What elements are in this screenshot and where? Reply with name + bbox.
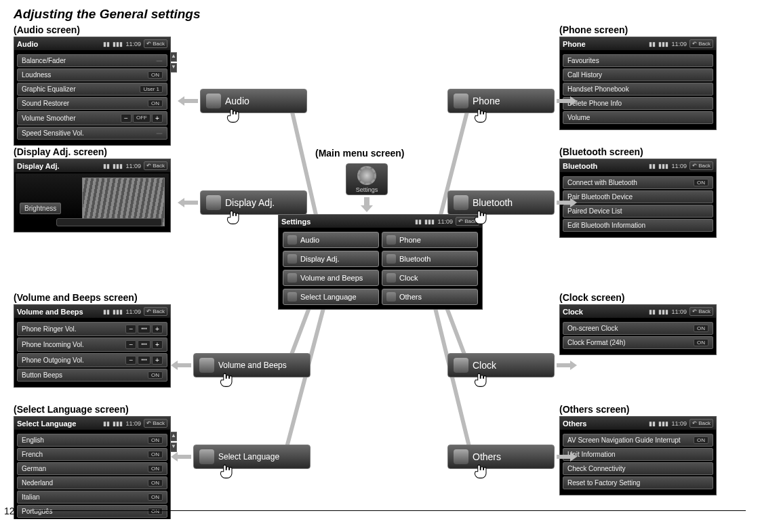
list-item[interactable]: PortuguêsON [17, 505, 167, 518]
bt-caption: (Bluetooth screen) [559, 146, 717, 157]
big-volbeeps-button[interactable]: Volume and Beeps [193, 353, 311, 377]
clock-label: 11:09 [125, 41, 141, 47]
list-item[interactable]: GermanON [17, 462, 167, 475]
list-item[interactable]: On-screen ClockON [563, 322, 713, 335]
pointer-hand-icon [472, 104, 491, 125]
big-phone-button[interactable]: Phone [447, 89, 555, 113]
list-item[interactable]: Call History [563, 68, 713, 81]
arrow-left-icon [171, 361, 191, 370]
bt-title: Bluetooth [563, 162, 597, 170]
bluetooth-icon [386, 254, 396, 264]
list-item[interactable]: Volume Smoother−OFF+ [17, 111, 167, 125]
list-item[interactable]: Reset to Factory Setting [563, 476, 713, 489]
big-bluetooth-button[interactable]: Bluetooth [447, 190, 555, 215]
back-button[interactable]: Back [144, 39, 167, 48]
list-item[interactable]: EnglishON [17, 434, 167, 447]
battery-icon: ▮▮▮ [113, 41, 123, 47]
volbeeps-title: Volume and Beeps [17, 308, 83, 316]
list-item[interactable]: AV Screen Navigation Guide InterruptON [563, 434, 713, 447]
arrow-left-icon [178, 198, 198, 207]
menu-audio[interactable]: Audio [283, 232, 379, 248]
list-item[interactable]: FrenchON [17, 448, 167, 461]
audio-title: Audio [17, 40, 38, 48]
big-lang-button[interactable]: Select Language [193, 445, 311, 469]
clock-title: Clock [563, 308, 583, 316]
arrow-left-icon [171, 452, 191, 462]
speaker-icon [287, 235, 297, 245]
list-item[interactable]: Phone Ringer Vol.−▪▪▪+ [17, 322, 167, 336]
bluetooth-icon [454, 195, 468, 210]
pointer-hand-icon [218, 369, 237, 389]
back-button[interactable]: Back [456, 217, 479, 226]
list-item[interactable]: ItalianON [17, 491, 167, 504]
pointer-hand-icon [218, 460, 237, 480]
list-item[interactable]: Sound RestorerON [17, 97, 167, 110]
clock-screen: Clock ▮▮▮▮▮11:09Back On-screen ClockON C… [559, 304, 717, 355]
scroll-down[interactable]: ▼ [170, 63, 177, 73]
clock-caption: (Clock screen) [559, 292, 717, 303]
back-button[interactable]: Back [144, 419, 167, 428]
list-item[interactable]: Favourites [563, 54, 713, 67]
list-item[interactable]: Check Connectivity [563, 462, 713, 475]
scroll-up[interactable]: ▲ [170, 432, 177, 441]
menu-lang[interactable]: Select Language [283, 289, 379, 305]
back-button[interactable]: Back [689, 307, 713, 316]
page-title: Adjusting the General settings [14, 7, 746, 22]
settings-icon[interactable]: Settings [346, 163, 388, 195]
list-item[interactable]: Graphic EqualizerUser 1 [17, 83, 167, 96]
list-item[interactable]: Delete Phone Info [563, 97, 713, 110]
scroll-up[interactable]: ▲ [170, 52, 177, 62]
back-button[interactable]: Back [689, 419, 713, 428]
phone-screen: Phone ▮▮▮▮▮11:09Back Favourites Call His… [559, 37, 717, 130]
arrow-down-icon [361, 197, 373, 212]
arrow-right-icon [557, 198, 577, 207]
display-icon [206, 195, 221, 210]
back-button[interactable]: Back [689, 39, 713, 48]
menu-phone[interactable]: Phone [382, 232, 478, 248]
big-display-button[interactable]: Display Adj. [200, 190, 307, 215]
pointer-hand-icon [224, 104, 243, 125]
list-item[interactable]: Pair Bluetooth Device [563, 190, 713, 203]
list-item[interactable]: Unit Information [563, 448, 713, 461]
phone-icon [454, 94, 468, 108]
list-item[interactable]: Clock Format (24h)ON [563, 336, 713, 349]
brightness-label[interactable]: Brightness [20, 203, 61, 214]
list-item[interactable]: Handset Phonebook [563, 83, 713, 96]
list-item[interactable]: Connect with BluetoothON [563, 176, 713, 189]
display-title: Display Adj. [17, 162, 60, 170]
list-item[interactable]: Balance/Fader [17, 54, 167, 67]
back-button[interactable]: Back [144, 307, 167, 316]
list-item[interactable]: Speed Sensitive Vol. [17, 127, 167, 140]
list-item[interactable]: LoudnessON [17, 68, 167, 81]
menu-volbeeps[interactable]: Volume and Beeps [283, 270, 379, 286]
list-item[interactable]: Button BeepsON [17, 369, 167, 382]
brightness-slider[interactable] [56, 218, 162, 226]
back-button[interactable]: Back [144, 161, 167, 170]
menu-display[interactable]: Display Adj. [283, 251, 379, 267]
big-clock-button[interactable]: Clock [447, 353, 555, 377]
pointer-hand-icon [472, 369, 491, 389]
list-item[interactable]: Edit Bluetooth Information [563, 219, 713, 232]
big-others-button[interactable]: Others [447, 445, 555, 469]
list-item[interactable]: Phone Incoming Vol.−▪▪▪+ [17, 337, 167, 352]
menu-bluetooth[interactable]: Bluetooth [382, 251, 478, 267]
list-item[interactable]: Volume [563, 111, 713, 124]
gear-icon [357, 166, 376, 185]
big-audio-button[interactable]: Audio [200, 89, 307, 113]
settings-menu: Settings ▮▮▮▮▮11:09Back Audio Phone Disp… [278, 214, 483, 310]
clock-icon [454, 358, 468, 373]
back-button[interactable]: Back [689, 161, 713, 170]
phone-caption: (Phone screen) [559, 24, 717, 35]
list-item[interactable]: Paired Device List [563, 205, 713, 218]
audio-body: Balance/Fader LoudnessON Graphic Equaliz… [14, 50, 170, 145]
signal-icon: ▮▮ [103, 41, 110, 47]
menu-others[interactable]: Others [382, 289, 478, 305]
settings-title: Settings [281, 218, 311, 226]
list-item[interactable]: Phone Outgoing Vol.−▪▪▪+ [17, 353, 167, 367]
bt-screen: Bluetooth ▮▮▮▮▮11:09Back Connect with Bl… [559, 159, 717, 238]
scroll-down[interactable]: ▼ [170, 443, 177, 452]
volume-icon [199, 358, 214, 373]
list-item[interactable]: NederlandON [17, 476, 167, 489]
menu-clock[interactable]: Clock [382, 270, 478, 286]
mainmenu-caption: (Main menu screen) [315, 148, 404, 159]
